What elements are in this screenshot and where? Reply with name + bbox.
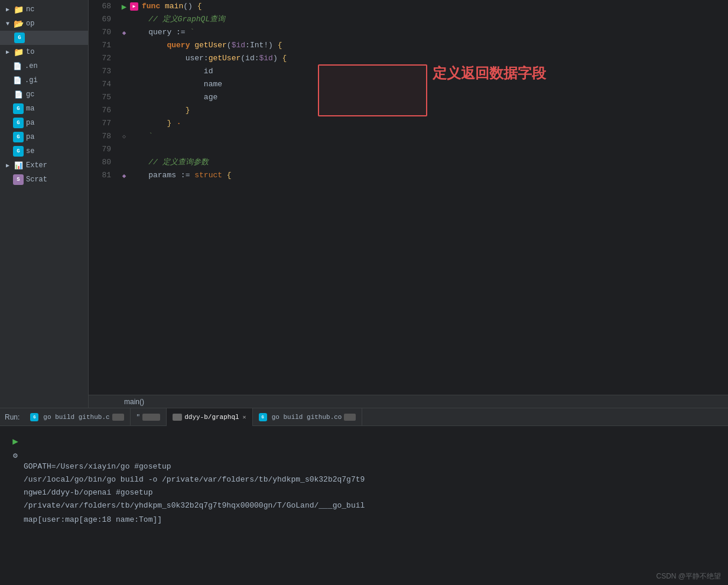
code-line-74: name [130, 78, 728, 91]
graphql-field-name: name [204, 78, 222, 91]
sidebar-item-env[interactable]: 📄 .en [0, 59, 88, 73]
assign-op: := [176, 26, 190, 39]
file-icon: 📄 [13, 89, 24, 100]
sidebar-item-git[interactable]: 📄 .gi [0, 73, 88, 87]
code-line-content: query := ` [130, 26, 194, 39]
tab-close-button[interactable]: ✕ [243, 414, 246, 421]
indent [130, 117, 167, 130]
play-button[interactable]: ▶ [12, 436, 18, 447]
run-content: ▶ ⚙ GOPATH=/Users/xiayin/go #gosetup /us… [0, 426, 728, 585]
indent [130, 169, 148, 182]
code-line-72: user : getUser ( id : $id ) { [130, 52, 728, 65]
keyword-func: func [142, 0, 165, 13]
sidebar-item-label: se [26, 147, 34, 155]
gopher-icon: G [13, 132, 24, 142]
code-line-content [130, 143, 135, 156]
gutter-empty [118, 91, 130, 104]
line-number: 71 [89, 39, 111, 52]
sidebar-item-se[interactable]: ▶ G se [0, 144, 88, 158]
fold-icon: ◇ [122, 133, 126, 140]
graphql-field-age: age [204, 91, 217, 104]
sidebar-item-label: nc [26, 5, 34, 14]
alias: user [186, 52, 204, 65]
sidebar-item-label: Exter [26, 161, 47, 170]
code-line-81: params := struct { [130, 169, 728, 182]
code-line-content: ` [130, 130, 153, 143]
gopher-icon: G [14, 32, 25, 43]
exec-arrow-icon: ▶ [122, 2, 126, 12]
sidebar-item-op-go[interactable]: G [0, 31, 88, 45]
scratch-icon: S [13, 174, 24, 185]
run-line-text: ngwei/ddyy-b/openai #gosetup [24, 488, 152, 497]
sidebar-item-to[interactable]: ▶ 📁 to [0, 45, 88, 59]
run-line-text: GOPATH=/Users/xiayin/go #gosetup [24, 462, 171, 471]
gutter-empty [118, 13, 130, 26]
line-number: 78 [89, 130, 111, 143]
run-line-text: /private/var/folders/tb/yhdkpm_s0k32b2q7… [24, 501, 365, 510]
breadcrumb: main() [89, 395, 728, 408]
paren: ( [227, 39, 232, 52]
tab-label: ddyy-b/graphql [184, 414, 239, 421]
indent [130, 91, 204, 104]
code-text [130, 26, 148, 39]
gutter-empty [118, 104, 130, 117]
debug-marker-icon: ◆ [122, 29, 126, 37]
indent [130, 39, 167, 52]
backtick-end: ` [148, 130, 153, 143]
paren: ) [273, 52, 282, 65]
run-lines-content: GOPATH=/Users/xiayin/go #gosetup /usr/lo… [24, 460, 721, 529]
gear-icon[interactable]: ⚙ [13, 451, 18, 460]
graphql-funcname: getUser [194, 39, 227, 52]
gutter-fold: ◇ [118, 130, 130, 143]
arrow-icon: ▶ [4, 5, 12, 14]
arrow-icon: ▼ [4, 20, 12, 28]
gutter-empty [118, 117, 130, 130]
sidebar-item-op[interactable]: ▼ 📂 op [0, 17, 88, 31]
sidebar-item-label: pa [26, 119, 34, 127]
sidebar-item-ma[interactable]: ▶ G ma [0, 102, 88, 116]
code-lines[interactable]: ▶ func main () { // 定义GraphQL查询 [130, 0, 728, 395]
gutter: ▶ ◆ ◇ ◆ [118, 0, 130, 395]
sidebar-item-pa1[interactable]: ▶ G pa [0, 116, 88, 130]
run-tab-3[interactable]: ddyy-b/graphql ✕ [167, 408, 252, 426]
assign-op: := [181, 169, 194, 182]
code-line-77: } • [130, 117, 728, 130]
sidebar-item-pa2[interactable]: ▶ G pa [0, 130, 88, 144]
sidebar-item-nc[interactable]: ▶ 📁 nc [0, 2, 88, 17]
line-number: 72 [89, 52, 111, 65]
line-number: 77 [89, 117, 111, 130]
comment-text: // 定义GraphQL查询 [130, 13, 225, 26]
open-brace: { [197, 0, 202, 13]
run-label: Run: [5, 413, 20, 421]
code-line-content: ▶ func main () { [130, 0, 202, 13]
run-tabs: Run: G go build github.c " ddyy-b/graphq… [0, 408, 728, 426]
code-line-content: query getUser ( $id : Int! ) { [130, 39, 282, 52]
watermark-text: CSDN @平静不绝望 [656, 572, 721, 580]
line-number: 74 [89, 78, 111, 91]
code-line-content: id [130, 65, 213, 78]
sidebar-item-gc[interactable]: ▶ 📄 gc [0, 87, 88, 102]
arrow-icon: ▶ [4, 48, 12, 56]
sidebar-item-scratch[interactable]: ▶ S Scrat [0, 173, 88, 187]
run-line-text: /usr/local/go/bin/go build -o /private/v… [24, 475, 365, 484]
var-params: params [148, 169, 181, 182]
indent [130, 78, 204, 91]
sidebar: ▶ 📁 nc ▼ 📂 op G ▶ 📁 to 📄 .en 📄 .gi [0, 0, 89, 408]
run-tab-1[interactable]: G go build github.c [24, 408, 130, 426]
empty-line [130, 143, 135, 156]
run-tab-4[interactable]: G go build github.co [253, 408, 363, 426]
folder-icon: 📁 [13, 47, 24, 57]
gutter-debug2: ◆ [118, 169, 130, 182]
colon: : [245, 39, 250, 52]
line-number: 80 [89, 156, 111, 169]
sidebar-item-external[interactable]: ▶ 📊 Exter [0, 158, 88, 173]
run-tab-2[interactable]: " [131, 408, 167, 426]
line-number: 70 [89, 26, 111, 39]
brace: { [278, 39, 282, 52]
graphql-var: $id [259, 52, 273, 65]
graphql-fn: getUser [209, 52, 241, 65]
run-toolbar: ▶ ⚙ [7, 431, 24, 460]
gutter-empty [118, 52, 130, 65]
code-line-71: query getUser ( $id : Int! ) { [130, 39, 728, 52]
comment-text: // 定义查询参数 [130, 156, 209, 169]
